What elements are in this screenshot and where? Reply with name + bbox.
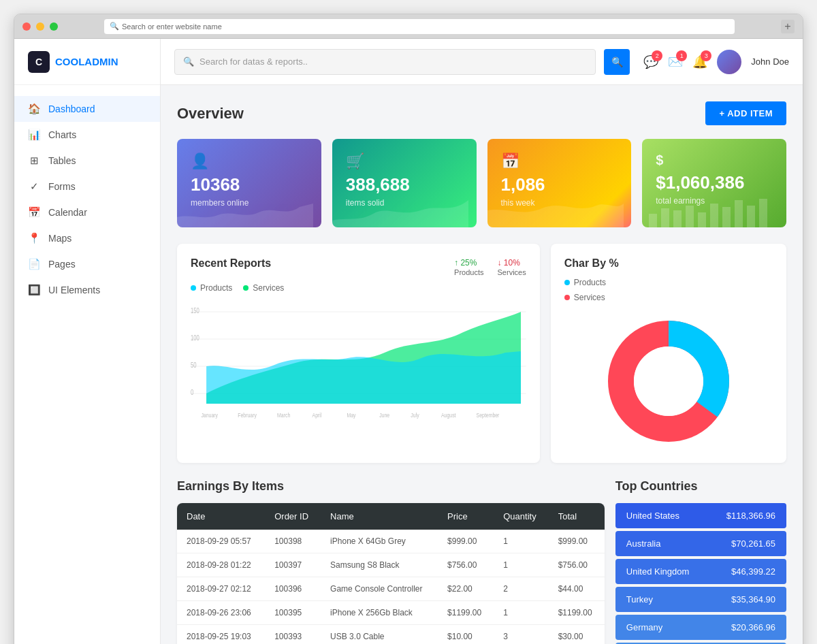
svg-point-29 bbox=[634, 347, 703, 416]
table-row: 2018-09-25 19:03100393USB 3.0 Cable$10.0… bbox=[177, 625, 605, 645]
maximize-btn[interactable] bbox=[50, 22, 58, 31]
col-date: Date bbox=[177, 503, 265, 530]
legend-products: Products bbox=[191, 283, 232, 293]
maps-icon: 📍 bbox=[28, 232, 40, 244]
mail-badge: 1 bbox=[676, 50, 687, 61]
legend-dot-services bbox=[243, 285, 249, 291]
svg-rect-1 bbox=[661, 208, 669, 227]
page-content: Overview + ADD ITEM 👤 10368 members onli… bbox=[161, 85, 803, 644]
new-tab-button[interactable]: + bbox=[781, 20, 795, 33]
week-card-number: 1,086 bbox=[501, 174, 618, 195]
search-button[interactable]: 🔍 bbox=[604, 49, 630, 75]
svg-rect-9 bbox=[759, 199, 767, 227]
sidebar-item-calendar[interactable]: 📅 Calendar bbox=[14, 199, 160, 225]
countries-section: Top Countries United States$118,366.96Au… bbox=[615, 479, 786, 644]
chart-stats: ↑ 25% Products ↓ 10% Services bbox=[454, 258, 526, 277]
dashboard-icon: 🏠 bbox=[28, 103, 40, 115]
country-item: Germany$20,366.96 bbox=[615, 615, 786, 640]
sidebar-item-tables[interactable]: ⊞ Tables bbox=[14, 148, 160, 174]
chat-icon-wrap[interactable]: 💬 2 bbox=[643, 54, 658, 69]
mail-icon-wrap[interactable]: ✉️ 1 bbox=[668, 54, 683, 69]
svg-rect-4 bbox=[698, 212, 706, 227]
bell-icon-wrap[interactable]: 🔔 3 bbox=[692, 54, 707, 69]
address-bar[interactable]: 🔍 Search or enter website name bbox=[104, 19, 735, 34]
header-icons: 💬 2 ✉️ 1 🔔 3 John Doe bbox=[643, 50, 789, 74]
sidebar-item-charts[interactable]: 📊 Charts bbox=[14, 122, 160, 148]
svg-rect-3 bbox=[686, 206, 694, 227]
svg-rect-5 bbox=[710, 204, 718, 227]
donut-legend-products: Products bbox=[564, 278, 773, 287]
overview-title: Overview bbox=[177, 105, 244, 123]
countries-title: Top Countries bbox=[615, 479, 786, 494]
sidebar-item-forms-label: Forms bbox=[48, 181, 76, 192]
recent-reports-title: Recent Reports bbox=[191, 257, 271, 270]
items-card-number: 388,688 bbox=[346, 174, 463, 195]
col-total: Total bbox=[549, 503, 605, 530]
sidebar-item-forms[interactable]: ✓ Forms bbox=[14, 174, 160, 199]
sidebar-item-dashboard-label: Dashboard bbox=[48, 103, 95, 114]
charts-row: Recent Reports ↑ 25% Products ↓ 10% Serv… bbox=[177, 244, 786, 463]
svg-rect-7 bbox=[735, 200, 743, 227]
bell-badge: 3 bbox=[701, 50, 711, 61]
col-order-id: Order ID bbox=[265, 503, 321, 530]
svg-text:January: January bbox=[201, 412, 218, 419]
svg-text:August: August bbox=[441, 412, 456, 419]
logo-area: C COOLADMIN bbox=[14, 39, 160, 85]
stat-card-items: 🛒 388,688 items solid bbox=[332, 139, 477, 227]
forms-icon: ✓ bbox=[28, 180, 40, 193]
table-row: 2018-09-26 23:06100395iPhone X 256Gb Bla… bbox=[177, 601, 605, 625]
col-name: Name bbox=[321, 503, 438, 530]
sidebar-item-tables-label: Tables bbox=[48, 155, 76, 166]
countries-list: United States$118,366.96Australia$70,261… bbox=[615, 503, 786, 644]
chat-badge: 2 bbox=[652, 50, 662, 61]
sidebar-item-pages[interactable]: 📄 Pages bbox=[14, 251, 160, 277]
sidebar-item-ui-elements[interactable]: 🔲 UI Elements bbox=[14, 277, 160, 303]
reports-legend: Products Services bbox=[191, 283, 526, 293]
minimize-btn[interactable] bbox=[36, 22, 44, 31]
svg-text:50: 50 bbox=[191, 361, 197, 369]
donut-legend-services-label: Services bbox=[574, 293, 605, 302]
calendar-icon: 📅 bbox=[28, 206, 40, 219]
sidebar-item-dashboard[interactable]: 🏠 Dashboard bbox=[14, 96, 160, 122]
legend-dot-products bbox=[191, 285, 196, 291]
close-btn[interactable] bbox=[22, 22, 31, 31]
pages-icon: 📄 bbox=[28, 258, 40, 270]
country-name: Turkey bbox=[626, 594, 653, 605]
country-name: Australia bbox=[626, 538, 661, 549]
chart-by-percent-card: Char By % Products Services bbox=[551, 244, 786, 463]
ui-elements-icon: 🔲 bbox=[28, 284, 40, 296]
country-item: United Kingdom$46,399.22 bbox=[615, 559, 786, 584]
svg-rect-8 bbox=[747, 206, 755, 227]
svg-text:June: June bbox=[379, 412, 389, 419]
search-bar[interactable]: 🔍 Search for datas & reports.. bbox=[174, 49, 596, 75]
svg-text:February: February bbox=[238, 412, 257, 419]
search-icon: 🔍 bbox=[110, 22, 119, 31]
logo-icon: C bbox=[28, 51, 50, 73]
sidebar: C COOLADMIN 🏠 Dashboard 📊 Charts ⊞ Table… bbox=[14, 39, 161, 644]
logo-text: COOLADMIN bbox=[55, 56, 118, 67]
country-name: United States bbox=[626, 511, 679, 521]
svg-text:September: September bbox=[477, 412, 500, 419]
donut-dot-products bbox=[564, 280, 570, 285]
legend-services-label: Services bbox=[253, 283, 284, 293]
stat-card-week: 📅 1,086 this week bbox=[487, 139, 632, 227]
items-card-icon: 🛒 bbox=[346, 152, 463, 170]
overview-header: Overview + ADD ITEM bbox=[177, 101, 786, 125]
svg-rect-0 bbox=[649, 214, 657, 227]
week-card-icon: 📅 bbox=[501, 152, 618, 170]
recent-reports-card: Recent Reports ↑ 25% Products ↓ 10% Serv… bbox=[177, 244, 540, 463]
chart-legend-row: Recent Reports ↑ 25% Products ↓ 10% Serv… bbox=[191, 257, 526, 278]
country-item: Turkey$35,364.90 bbox=[615, 587, 786, 612]
svg-text:100: 100 bbox=[191, 334, 199, 342]
bottom-row: Earnings By Items Date Order ID Name Pri… bbox=[177, 479, 786, 644]
country-item: Australia$70,261.65 bbox=[615, 531, 786, 556]
svg-text:May: May bbox=[347, 412, 355, 419]
country-item: United States$118,366.96 bbox=[615, 503, 786, 528]
add-item-button[interactable]: + ADD ITEM bbox=[705, 101, 786, 125]
members-card-icon: 👤 bbox=[191, 152, 308, 170]
sidebar-item-maps[interactable]: 📍 Maps bbox=[14, 225, 160, 251]
products-stat: ↑ 25% Products bbox=[454, 258, 483, 277]
main-content: 🔍 Search for datas & reports.. 🔍 💬 2 ✉️ … bbox=[161, 39, 803, 644]
user-avatar[interactable] bbox=[717, 50, 741, 74]
earnings-title: Earnings By Items bbox=[177, 479, 605, 494]
